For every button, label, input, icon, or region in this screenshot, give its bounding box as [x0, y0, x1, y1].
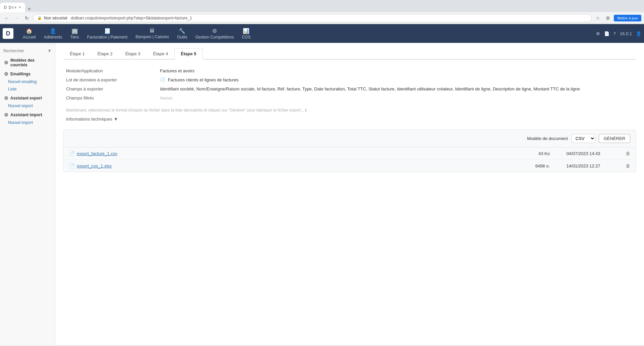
tab-etape5[interactable]: Étape 5 — [174, 48, 202, 60]
file-date-2: 14/01/2023 12:27 — [550, 163, 617, 168]
notice-content: Maintenant, sélectionnez le format d'exp… — [66, 108, 304, 113]
version-label: 16.0.1 — [620, 31, 632, 36]
nav-accueil[interactable]: 🏠 Accueil — [19, 24, 40, 43]
nav-gestion[interactable]: ⚙ Gestion Compétitions — [191, 24, 238, 43]
file-size-2: 6498 o. — [510, 163, 550, 168]
nav-adherents[interactable]: 👤 Adhérents — [40, 24, 66, 43]
generate-button[interactable]: GÉNÉRER — [599, 134, 630, 143]
courriels-icon: ⚙ — [4, 60, 8, 65]
address-url: dolibarr.cosjudo/exports/export.php?step… — [71, 16, 192, 20]
sidebar-section-export: ⚙ Assistant export — [0, 93, 55, 102]
emaillings-icon: ⚙ — [4, 71, 8, 77]
file-row-1: 📄 export_facture_1.csv 43 Ko 04/07/2023 … — [64, 147, 636, 160]
lot-row: Lot de données à exporter 📄 Factures cli… — [63, 75, 636, 84]
module-label: Module/Application — [63, 66, 157, 75]
sidebar-link-nouvel-emailing[interactable]: Nouvel emailing — [0, 78, 55, 85]
search-container: ▼ — [0, 46, 55, 55]
lot-file-icon: 📄 — [160, 77, 165, 82]
tab-etape3[interactable]: Étape 3 — [119, 48, 147, 60]
sidebar-import-label: Assistant import — [10, 113, 42, 117]
active-tab[interactable]: D D t × × — [0, 3, 25, 12]
tab-close-button[interactable]: × — [19, 5, 21, 10]
tech-info-label: Informations techniques — [66, 117, 112, 122]
forward-button[interactable]: → — [13, 14, 21, 22]
help-icon[interactable]: ? — [613, 31, 616, 36]
module-value: Factures et avoirs — [157, 66, 636, 75]
sidebar-courriels-label: Modèles des courriels — [10, 58, 51, 67]
tab-etape4[interactable]: Étape 4 — [147, 48, 174, 60]
filtres-value: Aucun — [157, 93, 636, 102]
update-button[interactable]: Mettre à jour — [614, 15, 641, 21]
file-size-1: 43 Ko — [510, 151, 550, 156]
file-actions-2: 🗑 — [617, 163, 630, 168]
logo[interactable]: D — [3, 28, 13, 39]
nav-tiers-label: Tiers — [70, 35, 79, 40]
sidebar-emaillings-label: Emaillings — [10, 72, 31, 76]
notice-info-icon[interactable]: ℹ — [305, 108, 307, 113]
banques-icon: 🏛 — [150, 28, 155, 34]
back-button[interactable]: ← — [3, 14, 11, 22]
sidebar-link-nouvel-import[interactable]: Nouvel import — [0, 119, 55, 126]
champs-value: Identifiant société, Nom/Enseigne/Raison… — [157, 84, 636, 93]
filtres-row: Champs filtrés Aucun — [63, 93, 636, 102]
export-icon: ⚙ — [4, 95, 8, 101]
nav-adherents-label: Adhérents — [44, 35, 62, 40]
lock-icon: 🔒 — [37, 16, 42, 20]
settings-icon[interactable]: ⚙ — [596, 31, 600, 36]
tab-favicon: D — [4, 5, 7, 9]
nav-cos[interactable]: 📊 COS — [238, 24, 254, 43]
champs-row: Champs à exporter Identifiant société, N… — [63, 84, 636, 93]
adherents-icon: 👤 — [50, 28, 56, 34]
champs-label: Champs à exporter — [63, 84, 157, 93]
file-date-1: 04/07/2023 14:43 — [550, 151, 617, 156]
browser-tabs: D D t × × + — [0, 0, 644, 12]
file-name-2[interactable]: export_cos_1.xlsx — [77, 163, 510, 168]
sidebar-section-courriels: ⚙ Modèles des courriels — [0, 55, 55, 69]
tech-info-toggle[interactable]: Informations techniques ▼ — [63, 115, 121, 123]
outils-icon: 🔧 — [179, 28, 185, 34]
new-tab-button[interactable]: + — [25, 6, 34, 12]
tab-etape1[interactable]: Étape 1 — [63, 48, 91, 60]
reload-button[interactable]: ↻ — [23, 14, 31, 22]
nav-facturation-label: Facturation | Paiement — [87, 35, 128, 40]
file-actions-1: 🗑 — [617, 151, 630, 156]
notice-text: Maintenant, sélectionnez le format d'exp… — [63, 108, 636, 113]
top-nav: D 🏠 Accueil 👤 Adhérents 🏢 Tiers 🧾 Factur… — [0, 24, 644, 43]
doc-model-select[interactable]: CSV XLSX — [571, 134, 595, 143]
user-avatar[interactable]: 👤 — [636, 31, 641, 36]
tab-etape2[interactable]: Étape 2 — [91, 48, 119, 60]
delete-button-2[interactable]: 🗑 — [626, 163, 630, 168]
nav-accueil-label: Accueil — [23, 35, 36, 40]
browser-chrome: D D t × × + ← → ↻ 🔒 Non sécurisé dolibar… — [0, 0, 644, 24]
lot-value: 📄 Factures clients et lignes de factures — [157, 75, 636, 84]
search-input[interactable] — [3, 49, 46, 53]
sidebar-link-liste[interactable]: Liste — [0, 85, 55, 93]
info-table: Module/Application Factures et avoirs Lo… — [63, 66, 636, 102]
model-label: Modèle de document — [527, 136, 568, 141]
nav-banques-label: Banques | Caisses — [135, 34, 169, 39]
nav-banques[interactable]: 🏛 Banques | Caisses — [131, 24, 173, 43]
file-icon-1: 📄 — [69, 151, 75, 156]
filtres-label: Champs filtrés — [63, 93, 157, 102]
facturation-icon: 🧾 — [104, 28, 111, 34]
print-icon[interactable]: 📄 — [604, 31, 609, 36]
bookmark-button[interactable]: ☆ — [594, 14, 602, 22]
gestion-icon: ⚙ — [212, 28, 217, 34]
cos-icon: 📊 — [243, 28, 249, 34]
sidebar-link-nouvel-export[interactable]: Nouvel export — [0, 102, 55, 110]
extensions-button[interactable]: ⚙ — [604, 14, 612, 22]
tab-label: D t × — [9, 5, 17, 9]
sidebar-export-label: Assistant export — [10, 96, 42, 100]
nav-outils[interactable]: 🔧 Outils — [173, 24, 191, 43]
sidebar-section-emaillings: ⚙ Emaillings — [0, 69, 55, 78]
delete-button-1[interactable]: 🗑 — [626, 151, 630, 156]
tiers-icon: 🏢 — [71, 28, 78, 34]
lot-label: Lot de données à exporter — [63, 75, 157, 84]
nav-tiers[interactable]: 🏢 Tiers — [66, 24, 83, 43]
address-text: Non sécurisé — [44, 16, 67, 20]
search-dropdown-icon[interactable]: ▼ — [47, 48, 52, 53]
file-name-1[interactable]: export_facture_1.csv — [77, 151, 510, 156]
import-icon: ⚙ — [4, 112, 8, 118]
address-bar[interactable]: 🔒 Non sécurisé dolibarr.cosjudo/exports/… — [33, 14, 592, 22]
nav-facturation[interactable]: 🧾 Facturation | Paiement — [83, 24, 132, 43]
